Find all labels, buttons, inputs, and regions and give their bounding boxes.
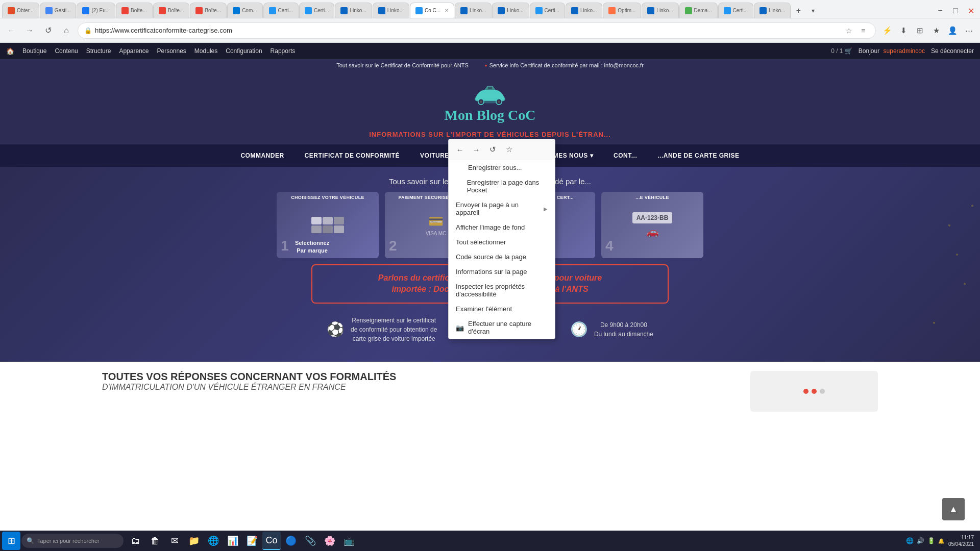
nav-commander[interactable]: COMMANDER	[230, 144, 294, 167]
profile-button[interactable]: 👤	[945, 23, 960, 38]
taskbar-app-clip[interactable]: 📎	[301, 532, 320, 550]
taskbar-app-flower[interactable]: 🌸	[321, 532, 339, 550]
ctx-item-inspect[interactable]: Examiner l'élément	[449, 302, 555, 316]
collections-button[interactable]: ⊞	[913, 23, 927, 38]
tab-favicon-16	[608, 7, 616, 14]
downloads-button[interactable]: ⬇	[896, 23, 911, 38]
ctx-item-send-device[interactable]: Envoyer la page à un appareil ▶	[449, 197, 555, 220]
cms-nav-apparence[interactable]: Apparence	[119, 47, 149, 55]
cms-nav-contenu[interactable]: Contenu	[55, 47, 78, 55]
tab-label-7: Certi...	[278, 8, 293, 13]
ctx-bookmark-button[interactable]: ☆	[502, 142, 516, 157]
tab-label-15: Linko...	[580, 8, 597, 13]
taskbar-app-taskview[interactable]: 🗂	[127, 532, 145, 550]
nav-cont[interactable]: CONT...	[603, 144, 647, 167]
taskbar-app-blue[interactable]: 🔵	[282, 532, 300, 550]
bookmark-star-icon[interactable]: ☆	[843, 24, 855, 37]
ctx-item-source[interactable]: Code source de la page	[449, 249, 555, 264]
taskbar-app-excel[interactable]: 📊	[224, 532, 242, 550]
cms-username[interactable]: superadmincoc	[884, 47, 925, 55]
tab-1[interactable]: Gesti...	[40, 3, 77, 18]
ctx-item-accessibility[interactable]: Inspecter les propriétés d'accessibilité	[449, 279, 555, 302]
site-title[interactable]: Mon Blog CoC	[445, 107, 536, 123]
tab-17[interactable]: Linko...	[642, 3, 678, 18]
tray-battery-icon[interactable]: 🔋	[927, 537, 935, 544]
tab-14[interactable]: Certi...	[530, 3, 565, 18]
ctx-back-button[interactable]: ←	[453, 142, 467, 157]
tab-10[interactable]: Linko...	[373, 3, 409, 18]
tab-favicon-10	[378, 7, 385, 14]
cms-nav-personnes[interactable]: Personnes	[157, 47, 186, 55]
time-display: 11:17	[961, 534, 974, 541]
cms-nav-structure[interactable]: Structure	[86, 47, 111, 55]
card-4[interactable]: AA-123-BB 🚗 ...E VÉHICULE 4	[601, 192, 703, 258]
tab-13[interactable]: Linko...	[492, 3, 529, 18]
tab-close-11[interactable]: ✕	[445, 8, 449, 13]
card-1[interactable]: CHOISISSEZ VOTRE VÉHICULE 1 Selectionnez…	[277, 192, 379, 258]
maximize-button[interactable]: □	[948, 4, 963, 18]
taskbar-app-coc[interactable]: Co	[262, 532, 281, 550]
taskbar-search[interactable]: 🔍 Taper ici pour rechercher	[21, 534, 124, 548]
nav-carte-grise[interactable]: ...ANDE DE CARTE GRISE	[647, 144, 749, 167]
tab-6[interactable]: Com...	[227, 3, 262, 18]
close-button[interactable]: ✕	[964, 4, 978, 18]
ctx-forward-button[interactable]: →	[469, 142, 483, 157]
tab-label-2: (2) Eu...	[91, 8, 110, 13]
reload-button[interactable]: ↺	[41, 23, 55, 38]
tray-network-icon[interactable]: 🌐	[906, 537, 914, 544]
dot-1	[803, 389, 808, 394]
minimize-button[interactable]: −	[933, 4, 947, 18]
tab-16[interactable]: Optim...	[603, 3, 641, 18]
taskbar-app-word[interactable]: 📝	[243, 532, 261, 550]
ctx-item-pocket[interactable]: Enregistrer la page dans Pocket	[449, 175, 555, 197]
tab-18[interactable]: Dema...	[679, 3, 718, 18]
cms-nav-configuration[interactable]: Configuration	[226, 47, 262, 55]
tab-9[interactable]: Linko...	[335, 3, 372, 18]
info-icon-2: 🕐	[570, 321, 588, 338]
tab-8[interactable]: Certi...	[299, 3, 334, 18]
taskbar-app-files[interactable]: 📁	[185, 532, 203, 550]
taskbar-app-media[interactable]: 📺	[340, 532, 358, 550]
ctx-item-select-all[interactable]: Tout sélectionner	[449, 235, 555, 249]
tab-5[interactable]: Boîte...	[190, 3, 227, 18]
start-button[interactable]: ⊞	[2, 532, 20, 550]
tray-notification-icon[interactable]: 🔔	[938, 538, 944, 544]
tab-list-button[interactable]: ▾	[806, 4, 820, 18]
home-button[interactable]: ⌂	[59, 23, 74, 38]
taskbar-time[interactable]: 11:17 05/04/2021	[948, 534, 974, 547]
cms-nav-rapports[interactable]: Rapports	[271, 47, 296, 55]
tab-20[interactable]: Linko...	[754, 3, 791, 18]
reader-mode-icon[interactable]: ≡	[857, 24, 869, 37]
tray-volume-icon[interactable]: 🔊	[917, 537, 924, 544]
back-button[interactable]: ←	[4, 23, 18, 38]
favorites-button[interactable]: ★	[929, 23, 943, 38]
taskbar-app-edge[interactable]: 🌐	[204, 532, 223, 550]
taskbar-app-recycle[interactable]: 🗑	[146, 532, 164, 550]
date-display: 05/04/2021	[948, 541, 974, 547]
cms-logout[interactable]: Se déconnecter	[931, 47, 974, 55]
cms-nav-modules[interactable]: Modules	[194, 47, 217, 55]
tab-2[interactable]: (2) Eu...	[77, 3, 115, 18]
tab-7[interactable]: Certi...	[263, 3, 299, 18]
tab-15[interactable]: Linko...	[566, 3, 602, 18]
taskbar-app-mail[interactable]: ✉	[165, 532, 184, 550]
ctx-item-background[interactable]: Afficher l'image de fond	[449, 220, 555, 235]
address-input[interactable]: 🔒 https://www.certificatconformite-carte…	[78, 22, 876, 39]
ctx-item-save[interactable]: Enregistrer sous...	[449, 160, 555, 175]
ctx-item-screenshot[interactable]: 📷 Effectuer une capture d'écran	[449, 316, 555, 339]
tab-12[interactable]: Linko...	[455, 3, 492, 18]
ctx-reload-button[interactable]: ↺	[485, 142, 500, 157]
forward-button[interactable]: →	[22, 23, 37, 38]
cms-nav-boutique[interactable]: Boutique	[22, 47, 46, 55]
tab-19[interactable]: Certi...	[718, 3, 753, 18]
tab-0[interactable]: Obter...	[2, 3, 39, 18]
extensions-button[interactable]: ⚡	[880, 23, 894, 38]
tab-3[interactable]: Boîte...	[116, 3, 153, 18]
settings-button[interactable]: ⋯	[962, 23, 976, 38]
scroll-top-button[interactable]: ▲	[942, 498, 965, 520]
nav-certificat[interactable]: CERTIFICAT DE CONFORMITÉ	[295, 144, 410, 167]
tab-4[interactable]: Boîte...	[153, 3, 190, 18]
ctx-item-info[interactable]: Informations sur la page	[449, 264, 555, 279]
new-tab-button[interactable]: +	[791, 4, 805, 18]
tab-11-active[interactable]: Co C... ✕	[410, 3, 454, 18]
